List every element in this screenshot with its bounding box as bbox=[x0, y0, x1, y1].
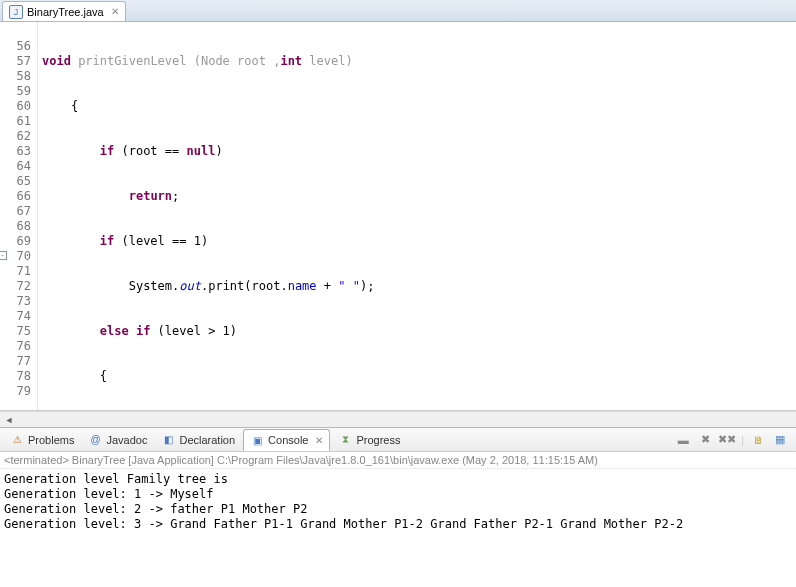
tab-declaration[interactable]: ◧ Declaration bbox=[155, 430, 241, 450]
line-number: 68 bbox=[0, 219, 31, 234]
scroll-left-icon[interactable]: ◄ bbox=[2, 415, 16, 425]
line-number: 70- bbox=[0, 249, 31, 264]
tab-javadoc[interactable]: @ Javadoc bbox=[82, 430, 153, 450]
line-number: 65 bbox=[0, 174, 31, 189]
launch-status: <terminated> BinaryTree [Java Applicatio… bbox=[0, 452, 796, 469]
code-content[interactable]: void printGivenLevel (Node root ,int lev… bbox=[38, 22, 796, 410]
editor-tab-bar: J BinaryTree.java ✕ bbox=[0, 0, 796, 22]
line-number: 72 bbox=[0, 279, 31, 294]
line-number: 63 bbox=[0, 144, 31, 159]
line-number: 67 bbox=[0, 204, 31, 219]
line-number: 78 bbox=[0, 369, 31, 384]
line-number: 64 bbox=[0, 159, 31, 174]
bottom-panel: ⚠ Problems @ Javadoc ◧ Declaration ▣ Con… bbox=[0, 427, 796, 587]
line-number: 60 bbox=[0, 99, 31, 114]
line-number: 62 bbox=[0, 129, 31, 144]
line-number: 61 bbox=[0, 114, 31, 129]
line-number: 56 bbox=[0, 39, 31, 54]
line-number: 69 bbox=[0, 234, 31, 249]
line-number: 58 bbox=[0, 69, 31, 84]
line-number: 57 bbox=[0, 54, 31, 69]
view-tab-bar: ⚠ Problems @ Javadoc ◧ Declaration ▣ Con… bbox=[0, 428, 796, 452]
close-icon[interactable]: ✕ bbox=[111, 6, 119, 17]
line-number: 74 bbox=[0, 309, 31, 324]
remove-all-terminated-icon[interactable]: ✖✖ bbox=[719, 432, 735, 448]
tab-label: Console bbox=[268, 434, 308, 446]
line-number: 77 bbox=[0, 354, 31, 369]
console-output[interactable]: Generation level Family tree is Generati… bbox=[0, 469, 796, 587]
tab-label: Progress bbox=[356, 434, 400, 446]
pin-console-icon[interactable]: ▦ bbox=[772, 432, 788, 448]
line-number: 66 bbox=[0, 189, 31, 204]
line-number: 75 bbox=[0, 324, 31, 339]
line-number: 59 bbox=[0, 84, 31, 99]
code-editor[interactable]: 565758596061626364656667686970-717273747… bbox=[0, 22, 796, 411]
tab-label: Declaration bbox=[179, 434, 235, 446]
tab-progress[interactable]: ⧗ Progress bbox=[332, 430, 406, 450]
tab-label: Problems bbox=[28, 434, 74, 446]
tab-filename: BinaryTree.java bbox=[27, 6, 104, 18]
tab-console[interactable]: ▣ Console ✕ bbox=[243, 429, 330, 451]
line-number: 76 bbox=[0, 339, 31, 354]
progress-icon: ⧗ bbox=[338, 433, 352, 447]
console-icon: ▣ bbox=[250, 433, 264, 447]
line-number: 79 bbox=[0, 384, 31, 399]
declaration-icon: ◧ bbox=[161, 433, 175, 447]
tab-label: Javadoc bbox=[106, 434, 147, 446]
console-toolbar: ▬ ✖ ✖✖ | 🗎 ▦ bbox=[675, 432, 792, 448]
clear-console-icon[interactable]: 🗎 bbox=[750, 432, 766, 448]
close-icon[interactable]: ✕ bbox=[315, 435, 323, 446]
java-file-icon: J bbox=[9, 5, 23, 19]
problems-icon: ⚠ bbox=[10, 433, 24, 447]
line-number: 73 bbox=[0, 294, 31, 309]
editor-tab[interactable]: J BinaryTree.java ✕ bbox=[2, 1, 126, 21]
horizontal-scrollbar[interactable]: ◄ bbox=[0, 411, 796, 427]
remove-launch-icon[interactable]: ▬ bbox=[675, 432, 691, 448]
remove-all-icon[interactable]: ✖ bbox=[697, 432, 713, 448]
line-number-gutter: 565758596061626364656667686970-717273747… bbox=[0, 22, 38, 410]
tab-problems[interactable]: ⚠ Problems bbox=[4, 430, 80, 450]
javadoc-icon: @ bbox=[88, 433, 102, 447]
fold-minus-icon[interactable]: - bbox=[0, 251, 7, 260]
line-number: 71 bbox=[0, 264, 31, 279]
